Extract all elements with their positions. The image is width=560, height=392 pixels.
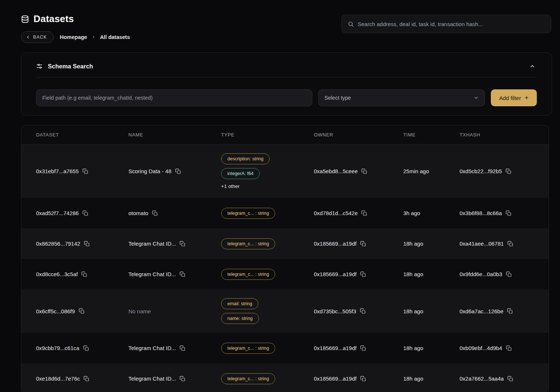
copy-txhash-icon[interactable] bbox=[506, 345, 512, 351]
global-search[interactable] bbox=[341, 15, 551, 33]
time-value: 3h ago bbox=[403, 210, 420, 216]
title-row: Datasets bbox=[21, 13, 130, 25]
type-badge: telegram_c... : string bbox=[221, 208, 275, 219]
copy-dataset-icon[interactable] bbox=[84, 376, 89, 382]
collapse-button[interactable] bbox=[528, 62, 537, 71]
page: Datasets BACK Homepage All datasets bbox=[0, 0, 560, 392]
dataset-cell: 0xad52f7...74286 bbox=[36, 201, 128, 225]
copy-owner-icon[interactable] bbox=[360, 241, 366, 247]
txhash-cell: 0xb09ebf...4d9b4 bbox=[460, 336, 534, 360]
table-row[interactable]: 0xd8cce6...3c5af Telegram Chat ID... tel… bbox=[21, 259, 549, 289]
nav-row: BACK Homepage All datasets bbox=[21, 31, 130, 43]
copy-txhash-icon[interactable] bbox=[506, 271, 512, 277]
dataset-cell: 0x9cbb79...c61ca bbox=[36, 336, 128, 360]
table-row[interactable]: 0x31ebf7...a7655 Scoring Data - 48 descr… bbox=[21, 145, 549, 198]
owner-cell: 0x185669...a19df bbox=[314, 262, 403, 286]
txhash-cell: 0x9fdd6e...0a0b3 bbox=[460, 262, 534, 286]
chevron-right-icon bbox=[92, 35, 96, 40]
copy-dataset-icon[interactable] bbox=[79, 308, 85, 314]
table-header-row: DATASET NAME TYPE OWNER TIME TXHASH bbox=[21, 125, 549, 145]
table-row[interactable]: 0x862856...79142 Telegram Chat ID... tel… bbox=[21, 228, 549, 259]
time-value: 18h ago bbox=[403, 345, 423, 351]
owner-cell: 0xd78d1d...c542e bbox=[314, 201, 403, 225]
copy-name-icon[interactable] bbox=[180, 271, 185, 277]
page-title: Datasets bbox=[33, 13, 74, 25]
txhash-value: 0xd5cb22...f92b5 bbox=[460, 168, 502, 174]
time-value: 18h ago bbox=[403, 375, 423, 382]
txhash-value: 0xa41aee...06781 bbox=[460, 240, 504, 247]
dataset-cell: 0x6cff5c...086f9 bbox=[36, 299, 128, 323]
column-header-txhash: TXHASH bbox=[460, 132, 534, 138]
copy-dataset-icon[interactable] bbox=[82, 168, 88, 174]
copy-owner-icon[interactable] bbox=[361, 210, 367, 216]
type-badge: integerA: f64 bbox=[221, 168, 260, 179]
copy-dataset-icon[interactable] bbox=[83, 345, 89, 351]
dataset-id: 0xe18d6d...7e76c bbox=[36, 375, 80, 382]
table-row[interactable]: 0xad52f7...74286 otomato telegram_c... :… bbox=[21, 198, 549, 228]
owner-cell: 0x185669...a19df bbox=[314, 367, 403, 391]
copy-owner-icon[interactable] bbox=[360, 308, 366, 314]
type-select[interactable]: Select type bbox=[318, 89, 485, 106]
copy-name-icon[interactable] bbox=[175, 168, 181, 174]
copy-owner-icon[interactable] bbox=[360, 271, 366, 277]
copy-txhash-icon[interactable] bbox=[507, 308, 513, 314]
copy-name-icon[interactable] bbox=[152, 210, 158, 216]
time-cell: 18h ago bbox=[403, 262, 460, 286]
copy-dataset-icon[interactable] bbox=[81, 271, 87, 277]
add-filter-button[interactable]: Add filter + bbox=[491, 89, 537, 106]
back-button[interactable]: BACK bbox=[21, 31, 54, 43]
type-cell: telegram_c... : string bbox=[221, 199, 314, 228]
type-cell: email: stringname: string bbox=[221, 289, 314, 333]
copy-txhash-icon[interactable] bbox=[507, 376, 513, 382]
schema-search-title: Schema Search bbox=[48, 63, 93, 70]
txhash-cell: 0x2a7662...5aa4a bbox=[460, 367, 534, 391]
copy-name-icon[interactable] bbox=[180, 241, 185, 247]
add-filter-label: Add filter bbox=[499, 95, 521, 101]
txhash-cell: 0xd5cb22...f92b5 bbox=[460, 159, 534, 183]
txhash-cell: 0xa41aee...06781 bbox=[460, 232, 534, 256]
time-cell: 18h ago bbox=[403, 367, 460, 391]
copy-dataset-icon[interactable] bbox=[82, 210, 88, 216]
copy-name-icon[interactable] bbox=[180, 345, 185, 351]
column-header-time: TIME bbox=[403, 132, 460, 138]
copy-owner-icon[interactable] bbox=[360, 345, 366, 351]
copy-txhash-icon[interactable] bbox=[507, 241, 513, 247]
search-input[interactable] bbox=[358, 21, 545, 27]
owner-cell: 0xa5ebd8...5ceee bbox=[314, 159, 403, 183]
copy-dataset-icon[interactable] bbox=[84, 241, 90, 247]
breadcrumb-home[interactable]: Homepage bbox=[60, 34, 87, 40]
top-bar: Datasets BACK Homepage All datasets bbox=[0, 0, 560, 43]
type-select-value: Select type bbox=[325, 95, 351, 101]
owner-cell: 0x185669...a19df bbox=[314, 336, 403, 360]
dataset-name: Scoring Data - 48 bbox=[128, 168, 171, 174]
dataset-id: 0xad52f7...74286 bbox=[36, 210, 79, 216]
name-cell: Scoring Data - 48 bbox=[128, 159, 221, 183]
txhash-cell: 0xd6a7ac...126be bbox=[460, 299, 534, 323]
dataset-id: 0x31ebf7...a7655 bbox=[36, 168, 79, 174]
dataset-id: 0x6cff5c...086f9 bbox=[36, 308, 75, 314]
field-path-input[interactable] bbox=[36, 89, 312, 106]
time-cell: 3h ago bbox=[403, 201, 460, 225]
table-row[interactable]: 0x6cff5c...086f9 No name email: stringna… bbox=[21, 289, 549, 333]
dataset-name: No name bbox=[128, 308, 151, 314]
name-cell: otomato bbox=[128, 201, 221, 225]
schema-search-header[interactable]: Schema Search bbox=[21, 53, 552, 77]
table-row[interactable]: 0xe18d6d...7e76c Telegram Chat ID... tel… bbox=[21, 363, 549, 392]
dataset-name: Telegram Chat ID... bbox=[128, 240, 176, 247]
copy-name-icon[interactable] bbox=[180, 376, 185, 382]
type-badge: email: string bbox=[221, 298, 258, 309]
sliders-icon bbox=[36, 63, 43, 70]
datasets-table: DATASET NAME TYPE OWNER TIME TXHASH 0x31… bbox=[21, 125, 549, 392]
chevron-up-icon bbox=[529, 63, 535, 69]
time-value: 18h ago bbox=[403, 308, 423, 314]
time-cell: 18h ago bbox=[403, 299, 460, 323]
search-icon bbox=[348, 21, 354, 27]
schema-filter-row: Select type Add filter + bbox=[21, 78, 552, 115]
table-row[interactable]: 0x9cbb79...c61ca Telegram Chat ID... tel… bbox=[21, 333, 549, 363]
copy-owner-icon[interactable] bbox=[361, 168, 367, 174]
time-value: 25min ago bbox=[403, 168, 429, 174]
copy-txhash-icon[interactable] bbox=[506, 210, 511, 216]
copy-owner-icon[interactable] bbox=[360, 376, 366, 382]
copy-txhash-icon[interactable] bbox=[506, 168, 511, 174]
owner-address: 0xa5ebd8...5ceee bbox=[314, 168, 358, 174]
